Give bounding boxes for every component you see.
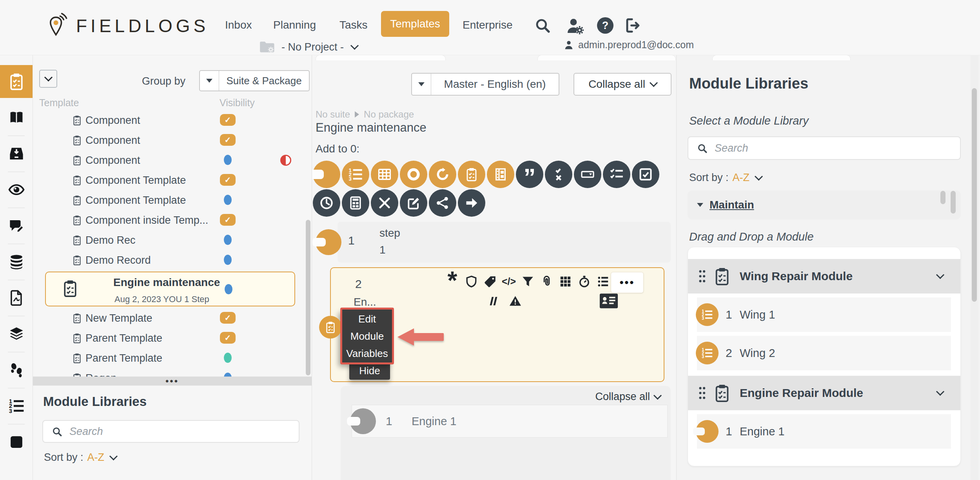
scrollbar-thumb[interactable] bbox=[940, 191, 946, 204]
rail-item-library[interactable] bbox=[0, 100, 33, 136]
attachment-icon[interactable] bbox=[537, 273, 556, 290]
add-loop-icon[interactable] bbox=[429, 161, 456, 188]
required-icon[interactable]: * bbox=[443, 273, 462, 290]
module-item-row[interactable]: 1Wing 1 bbox=[697, 297, 951, 332]
rail-item-annotations[interactable] bbox=[0, 208, 33, 244]
grid-icon[interactable] bbox=[556, 273, 575, 290]
module-item-row[interactable]: 2Wing 2 bbox=[697, 336, 951, 370]
language-select[interactable]: Master - English (en) bbox=[411, 73, 559, 96]
caret-down-icon bbox=[412, 74, 431, 95]
drag-handle-icon[interactable] bbox=[698, 268, 707, 284]
drag-handle-icon[interactable] bbox=[698, 385, 707, 401]
template-row[interactable]: Parent Template bbox=[33, 348, 305, 368]
template-row[interactable]: Component✓ bbox=[33, 110, 305, 130]
module-library-search[interactable] bbox=[42, 420, 299, 443]
template-row[interactable]: Demo Rec bbox=[33, 230, 305, 250]
search-icon[interactable] bbox=[534, 17, 551, 34]
module-item-row[interactable]: 1Engine 1 bbox=[697, 414, 951, 449]
add-calculator-icon[interactable] bbox=[342, 189, 369, 217]
nav-enterprise[interactable]: Enterprise bbox=[463, 19, 513, 31]
sort-by-control[interactable]: Sort by : A-Z bbox=[44, 451, 116, 464]
add-numbered-list-icon[interactable] bbox=[342, 161, 369, 188]
scrollbar-thumb[interactable] bbox=[951, 191, 956, 214]
add-step-icon[interactable] bbox=[313, 161, 340, 188]
template-row[interactable]: Demo Record bbox=[33, 250, 305, 270]
add-table-icon[interactable] bbox=[371, 161, 398, 188]
horizontal-scrollbar[interactable]: ••• bbox=[33, 377, 312, 386]
rail-item-documents[interactable] bbox=[0, 280, 33, 316]
rail-item-templates[interactable] bbox=[0, 65, 33, 98]
rail-item-ordered-list[interactable] bbox=[0, 388, 33, 424]
filter-icon[interactable] bbox=[518, 273, 537, 290]
more-options-button[interactable]: ••• bbox=[611, 272, 644, 293]
add-signature-icon[interactable] bbox=[400, 189, 427, 217]
user-settings-icon[interactable] bbox=[566, 16, 584, 35]
library-search[interactable] bbox=[688, 136, 961, 160]
id-card-icon[interactable] bbox=[598, 292, 619, 310]
collapse-all-link[interactable]: Collapse all bbox=[595, 391, 661, 403]
tag-icon[interactable] bbox=[481, 273, 499, 290]
breadcrumb-package[interactable]: No package bbox=[364, 109, 414, 120]
search-input[interactable] bbox=[69, 425, 268, 438]
rail-item-review[interactable] bbox=[0, 172, 33, 208]
shield-icon[interactable] bbox=[462, 273, 481, 290]
group-by-select[interactable]: Suite & Package bbox=[199, 70, 310, 91]
rail-item-data[interactable] bbox=[0, 244, 33, 280]
add-checklist-module-icon[interactable] bbox=[458, 161, 485, 188]
step-toolbar-row2 bbox=[484, 292, 524, 310]
step-2-selected[interactable]: 2 En... *</> ••• Edit Module Variables H… bbox=[330, 267, 664, 382]
add-branch-icon[interactable] bbox=[429, 189, 456, 217]
code-icon[interactable]: </> bbox=[499, 273, 518, 290]
rail-item-tracking[interactable] bbox=[0, 352, 33, 388]
library-group-maintain[interactable]: Maintain bbox=[688, 190, 961, 219]
module-header[interactable]: Wing Repair Module bbox=[688, 259, 960, 293]
collapse-all-button[interactable]: Collapse all bbox=[573, 73, 671, 96]
nav-inbox[interactable]: Inbox bbox=[225, 19, 252, 31]
project-selector[interactable]: - No Project - bbox=[259, 40, 358, 54]
nav-planning[interactable]: Planning bbox=[273, 19, 316, 31]
nav-templates-active[interactable]: Templates bbox=[381, 11, 449, 37]
road-icon[interactable] bbox=[484, 292, 503, 310]
substep-row[interactable]: 1 Engine 1 bbox=[352, 405, 668, 438]
template-row-selected[interactable]: Engine maintenanceAug 2, 2023 YOU 1 Step bbox=[45, 272, 295, 306]
add-circle-icon[interactable] bbox=[400, 161, 427, 188]
logout-icon[interactable] bbox=[624, 17, 641, 34]
template-row[interactable]: New Template✓ bbox=[33, 308, 305, 328]
add-measure-icon[interactable] bbox=[371, 189, 398, 217]
app-logo[interactable]: FIELDLOGS bbox=[46, 12, 209, 38]
module-badge-icon[interactable] bbox=[319, 316, 342, 339]
nav-tasks[interactable]: Tasks bbox=[339, 19, 368, 31]
chevron-down-icon[interactable] bbox=[936, 271, 944, 279]
step-1-row[interactable]: 1 step 1 bbox=[338, 222, 671, 263]
rail-item-inbox[interactable] bbox=[0, 136, 33, 172]
stopwatch-icon[interactable] bbox=[575, 273, 593, 290]
vertical-scrollbar-thumb[interactable] bbox=[306, 220, 310, 375]
rail-item-layers[interactable] bbox=[0, 316, 33, 352]
add-checkbox-icon[interactable] bbox=[632, 161, 659, 188]
panel-collapse-button[interactable] bbox=[39, 70, 57, 88]
template-row[interactable]: Component bbox=[33, 150, 305, 170]
page-scrollbar-thumb[interactable] bbox=[972, 88, 977, 302]
add-check-x-icon[interactable] bbox=[545, 161, 572, 188]
add-quote-icon[interactable]: ” bbox=[516, 161, 543, 188]
help-icon[interactable]: ? bbox=[597, 17, 613, 34]
add-dropdown-icon[interactable] bbox=[574, 161, 601, 188]
add-time-icon[interactable] bbox=[313, 189, 340, 217]
rail-item-stop[interactable] bbox=[0, 424, 33, 460]
add-checklist-icon[interactable] bbox=[603, 161, 630, 188]
user-account[interactable]: admin.preprod1@doc.com bbox=[563, 39, 694, 51]
search-input[interactable] bbox=[714, 142, 926, 155]
template-row[interactable]: Component Template bbox=[33, 190, 305, 210]
template-row[interactable]: Component✓ bbox=[33, 130, 305, 150]
add-next-icon[interactable] bbox=[458, 189, 485, 217]
chevron-down-icon[interactable] bbox=[936, 388, 944, 396]
template-row[interactable]: Component Template✓ bbox=[33, 170, 305, 190]
breadcrumb-suite[interactable]: No suite bbox=[316, 109, 350, 120]
template-row[interactable]: Parent Template✓ bbox=[33, 328, 305, 348]
template-row[interactable]: Component inside Temp...✓ bbox=[33, 210, 305, 230]
add-media-module-icon[interactable] bbox=[487, 161, 514, 188]
sort-by-control[interactable]: Sort by : A-Z bbox=[689, 172, 762, 184]
matrix-icon[interactable] bbox=[593, 273, 612, 290]
warning-icon[interactable] bbox=[506, 292, 524, 310]
module-header[interactable]: Engine Repair Module bbox=[688, 376, 960, 410]
